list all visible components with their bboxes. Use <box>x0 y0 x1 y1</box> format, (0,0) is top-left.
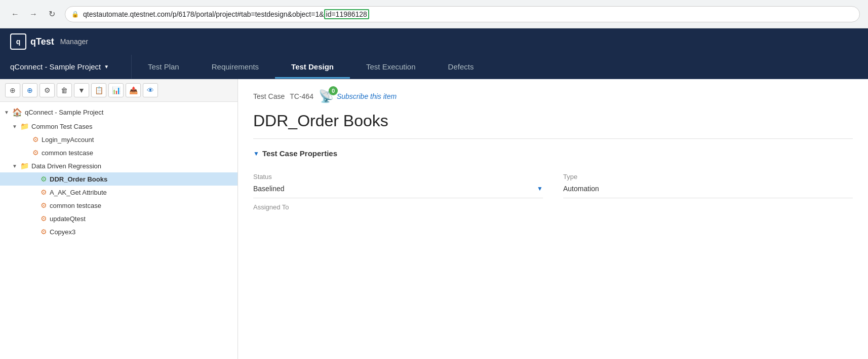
tab-requirements[interactable]: Requirements <box>195 55 275 79</box>
tree-item-common-test-cases[interactable]: ▼ 📁 Common Test Cases <box>0 120 238 133</box>
status-column: Status Baselined ▼ <box>253 168 543 198</box>
toolbar-filter-button[interactable]: ▼ <box>74 83 89 97</box>
content-area: Test Case TC-464 📡 0 Subscribe this item… <box>238 79 868 359</box>
toolbar-copy-button[interactable]: 📋 <box>91 83 106 97</box>
tree-item-data-driven[interactable]: ▼ 📁 Data Driven Regression <box>0 159 238 172</box>
browser-chrome: ← → ↻ 🔒 qtestautomate.qtestnet.com/p/617… <box>0 0 868 28</box>
testcase-icon-tc1: ⚙ <box>32 149 39 157</box>
tree-arrow-common: ▼ <box>12 124 18 129</box>
refresh-button[interactable]: ↻ <box>45 7 59 21</box>
toolbar-import-button[interactable]: 📤 <box>126 83 141 97</box>
logo-text: qTest <box>30 37 54 47</box>
subscribe-text: Subscribe this item <box>337 92 397 100</box>
status-value: Baselined <box>253 185 533 193</box>
toolbar-settings-button[interactable]: ⚙ <box>40 83 55 97</box>
tc-label: Test Case <box>253 92 285 100</box>
sidebar: ⊕ ⊕ ⚙ 🗑 ▼ 📋 📊 📤 👁 ▼ 🏠 qConnect - Sample … <box>0 79 238 359</box>
content-header: Test Case TC-464 📡 0 Subscribe this item <box>253 89 853 103</box>
logo-box: q <box>10 33 26 50</box>
tree-arrow-root: ▼ <box>4 110 10 115</box>
tab-test-execution[interactable]: Test Execution <box>350 55 432 79</box>
toolbar-toggle-button[interactable]: 👁 <box>143 83 158 97</box>
app-header: q qTest Manager <box>0 28 868 55</box>
browser-nav-buttons: ← → ↻ <box>8 7 59 21</box>
tree-item-update-qtest[interactable]: ⚙ updateQtest <box>0 212 238 225</box>
tree-item-common-tc2[interactable]: ⚙ common testcase <box>0 199 238 212</box>
home-icon: 🏠 <box>12 107 22 117</box>
toolbar-export-button[interactable]: 📊 <box>108 83 124 97</box>
tree-arrow-tc2 <box>32 203 38 208</box>
section-collapse-arrow[interactable]: ▼ <box>253 150 259 157</box>
back-button[interactable]: ← <box>8 7 22 21</box>
section-title: Test Case Properties <box>262 149 337 158</box>
subscribe-badge: 0 <box>329 86 338 95</box>
sidebar-tree: ▼ 🏠 qConnect - Sample Project ▼ 📁 Common… <box>0 102 238 359</box>
project-dropdown-arrow: ▼ <box>104 64 109 69</box>
sidebar-toolbar: ⊕ ⊕ ⚙ 🗑 ▼ 📋 📊 📤 👁 <box>0 79 238 102</box>
tree-label-common-tc2: common testcase <box>50 202 101 209</box>
tree-item-login[interactable]: ⚙ Login_myAccount <box>0 133 238 146</box>
tree-item-common-tc1[interactable]: ⚙ common testcase <box>0 146 238 159</box>
tree-root-label: qConnect - Sample Project <box>25 109 103 116</box>
tree-label-common-tc1: common testcase <box>42 149 93 157</box>
tree-label-ddr-order-books: DDR_Order Books <box>50 175 107 183</box>
qtest-logo: q qTest Manager <box>10 33 88 50</box>
tree-arrow-copyex3 <box>32 229 38 235</box>
subscribe-button[interactable]: 📡 0 Subscribe this item <box>319 89 397 103</box>
testcase-icon-a-ak: ⚙ <box>41 188 47 196</box>
rss-icon-wrapper: 📡 0 <box>319 89 334 103</box>
tree-item-ddr-order-books[interactable]: ⚙ DDR_Order Books <box>0 172 238 186</box>
type-value: Automation <box>563 185 599 193</box>
tree-root[interactable]: ▼ 🏠 qConnect - Sample Project <box>0 105 238 120</box>
nav-project[interactable]: qConnect - Sample Project ▼ <box>0 55 132 79</box>
logo-sub: Manager <box>60 38 88 46</box>
tree-item-copyex3[interactable]: ⚙ Copyex3 <box>0 225 238 238</box>
tree-arrow-login <box>24 137 30 142</box>
nav-bar: qConnect - Sample Project ▼ Test Plan Re… <box>0 55 868 79</box>
tree-arrow-ddr <box>32 176 38 182</box>
testcase-icon-update: ⚙ <box>41 214 47 223</box>
forward-button[interactable]: → <box>26 7 41 21</box>
content-title: DDR_Order Books <box>253 112 853 139</box>
url-highlight: id=11986128 <box>324 9 369 19</box>
type-label: Type <box>563 173 853 181</box>
tree-label-copyex3: Copyex3 <box>50 228 75 236</box>
folder-icon-data-driven: 📁 <box>20 162 29 170</box>
tree-item-a-ak[interactable]: ⚙ A_AK_Get Attribute <box>0 186 238 199</box>
tree-arrow-data-driven: ▼ <box>12 163 18 169</box>
tree-label-login: Login_myAccount <box>42 136 94 143</box>
testcase-icon-copyex3: ⚙ <box>41 228 47 236</box>
tree-label-update-qtest: updateQtest <box>50 215 86 223</box>
folder-icon-common: 📁 <box>20 122 29 130</box>
testcase-icon-ddr: ⚙ <box>41 175 47 183</box>
url-text: qtestautomate.qtestnet.com/p/6178/portal… <box>83 10 853 18</box>
tree-label-data-driven: Data Driven Regression <box>31 162 101 170</box>
testcase-icon-login: ⚙ <box>32 135 39 143</box>
tab-defects[interactable]: Defects <box>432 55 490 79</box>
tab-test-plan[interactable]: Test Plan <box>132 55 195 79</box>
assigned-to-label: Assigned To <box>253 203 853 211</box>
toolbar-delete-button[interactable]: 🗑 <box>57 83 72 97</box>
tree-arrow-a-ak <box>32 190 38 195</box>
toolbar-add-button[interactable]: ⊕ <box>5 83 20 97</box>
tree-label-common-test-cases: Common Test Cases <box>31 123 92 130</box>
nav-tabs: Test Plan Requirements Test Design Test … <box>132 55 868 79</box>
tree-arrow-tc1 <box>24 150 30 156</box>
tree-label-a-ak: A_AK_Get Attribute <box>50 189 107 196</box>
type-value-row: Automation <box>563 185 853 198</box>
status-label: Status <box>253 173 543 181</box>
section-header: ▼ Test Case Properties <box>253 149 853 158</box>
toolbar-add-child-button[interactable]: ⊕ <box>22 83 37 97</box>
lock-icon: 🔒 <box>71 11 79 18</box>
status-value-row: Baselined ▼ <box>253 185 543 198</box>
type-column: Type Automation <box>563 168 853 198</box>
tab-test-design[interactable]: Test Design <box>275 55 350 79</box>
tc-id: TC-464 <box>290 92 313 100</box>
testcase-icon-tc2: ⚙ <box>41 201 47 209</box>
tree-arrow-update <box>32 216 38 222</box>
status-dropdown-arrow[interactable]: ▼ <box>537 185 543 192</box>
address-bar[interactable]: 🔒 qtestautomate.qtestnet.com/p/6178/port… <box>65 6 860 22</box>
project-name: qConnect - Sample Project <box>10 62 101 71</box>
properties-grid: Status Baselined ▼ Type Automation <box>253 168 853 198</box>
main-layout: ⊕ ⊕ ⚙ 🗑 ▼ 📋 📊 📤 👁 ▼ 🏠 qConnect - Sample … <box>0 79 868 359</box>
